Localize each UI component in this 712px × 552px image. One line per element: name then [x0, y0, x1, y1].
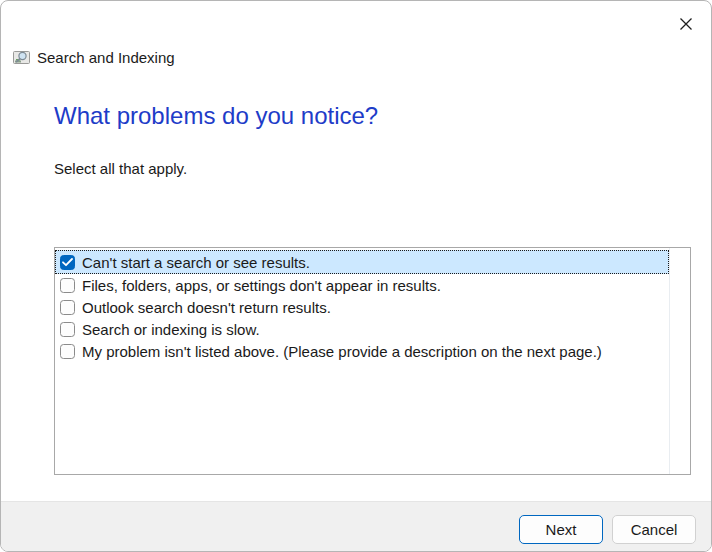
close-button[interactable]: [669, 9, 703, 39]
scrollbar-track: [669, 248, 690, 474]
cancel-button[interactable]: Cancel: [612, 515, 696, 544]
next-button[interactable]: Next: [519, 515, 603, 544]
page-title: What problems do you notice?: [54, 102, 378, 130]
checkbox[interactable]: [60, 322, 75, 337]
search-and-indexing-icon: [13, 50, 30, 66]
list-item[interactable]: Search or indexing is slow.: [55, 318, 669, 340]
close-icon: [679, 17, 693, 31]
list-item-label: Search or indexing is slow.: [82, 321, 260, 338]
checkbox[interactable]: [60, 300, 75, 315]
list-item[interactable]: My problem isn't listed above. (Please p…: [55, 340, 669, 362]
problem-listbox: Can't start a search or see results. Fil…: [54, 247, 691, 475]
list-item-label: Outlook search doesn't return results.: [82, 299, 331, 316]
list-item[interactable]: Can't start a search or see results.: [55, 250, 669, 274]
checkbox[interactable]: [60, 344, 75, 359]
list-item-label: Can't start a search or see results.: [82, 254, 310, 271]
instruction-text: Select all that apply.: [54, 160, 187, 177]
checkbox[interactable]: [60, 278, 75, 293]
checkbox[interactable]: [60, 255, 75, 270]
troubleshooter-window: Search and Indexing What problems do you…: [0, 0, 712, 552]
list-item-label: My problem isn't listed above. (Please p…: [82, 343, 602, 360]
list-item[interactable]: Files, folders, apps, or settings don't …: [55, 274, 669, 296]
footer-bar: Next Cancel: [1, 501, 711, 551]
list-item-label: Files, folders, apps, or settings don't …: [82, 277, 441, 294]
titlebar: Search and Indexing: [13, 49, 175, 66]
list-item[interactable]: Outlook search doesn't return results.: [55, 296, 669, 318]
window-title: Search and Indexing: [37, 49, 175, 66]
problem-list: Can't start a search or see results. Fil…: [55, 248, 669, 474]
